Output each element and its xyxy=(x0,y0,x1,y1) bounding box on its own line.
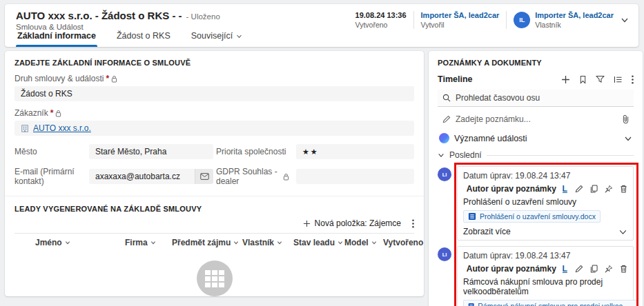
chevron-down-icon xyxy=(233,240,239,245)
saved-status: - Uloženo xyxy=(186,12,220,21)
owner-avatar: IL xyxy=(514,12,530,28)
search-placeholder: Prohledat časovou osu xyxy=(456,93,540,103)
timeline-more-commands-icon[interactable] xyxy=(632,75,634,84)
active-tab-underline xyxy=(16,45,97,47)
email-input[interactable]: axaxaxa@autobarta.cz xyxy=(89,169,213,184)
search-icon xyxy=(442,94,451,102)
note-title: Rámcová nákupní smlouva pro prodej velko… xyxy=(463,277,627,296)
header-chevron-down-icon[interactable] xyxy=(621,16,629,24)
column-header-vlastnik[interactable]: Vlastník xyxy=(242,238,293,247)
note-placeholder: Zadejte poznámku... xyxy=(456,114,531,124)
record-tabs: Základní informace Žádost o RKS Souvisej… xyxy=(5,31,638,47)
timeline-search-input[interactable]: Prohledat časovou osu xyxy=(438,90,634,107)
delete-icon[interactable] xyxy=(620,185,627,193)
record-header: AUTO xxx s.r.o. - Žádost o RKS - -- Ulož… xyxy=(5,4,638,47)
required-asterisk: * xyxy=(106,74,109,83)
record-title-block: AUTO xxx s.r.o. - Žádost o RKS - -- Ulož… xyxy=(16,10,220,31)
attachment-chip[interactable]: Prohlášení o uzavření smlouvy.docx xyxy=(463,210,601,223)
avatar: LI xyxy=(438,247,451,261)
leads-more-commands-icon[interactable] xyxy=(412,219,414,228)
pin-icon[interactable] xyxy=(605,265,613,273)
word-file-icon xyxy=(468,212,476,221)
timeline-group-header[interactable]: Poslední xyxy=(438,150,634,160)
chevron-down-icon xyxy=(618,227,627,236)
leads-toolbar: Nová položka: Zájemce xyxy=(14,218,414,234)
timeline-panel-title: POZNÁMKY A DOKUMENTY xyxy=(438,59,634,67)
timeline-header: Timeline xyxy=(438,74,634,84)
column-header-stav-leadu[interactable]: Stav leadu xyxy=(293,238,344,247)
new-item-button[interactable]: Nová položka: Zájemce xyxy=(303,218,401,228)
priorita-label: Priorita společnosti xyxy=(216,147,293,156)
chevron-down-icon[interactable] xyxy=(624,134,632,143)
chevron-down-icon xyxy=(150,240,156,245)
group-divider xyxy=(487,155,634,156)
created-label: Vytvořeno xyxy=(355,21,407,30)
section-divider xyxy=(5,196,424,196)
edit-icon[interactable] xyxy=(575,265,583,273)
column-header-vytvoreno[interactable]: Vytvořeno ↓ xyxy=(383,238,424,247)
leads-table-header: Jméno Firma Předmět zájmu Vlastník Stav … xyxy=(14,234,414,252)
timeline-entries: LI Datum úprav: 19.08.24 13:47 Autor úpr… xyxy=(438,166,634,306)
zakaznik-link[interactable]: AUTO xxx s.r.o. xyxy=(33,123,91,133)
created-meta: 19.08.24 13:36 Vytvořeno xyxy=(355,11,407,30)
send-email-button[interactable] xyxy=(195,169,213,184)
show-more-button[interactable]: Zobrazit více xyxy=(463,227,627,236)
note-modified-icon xyxy=(463,265,464,273)
column-header-firma[interactable]: Firma xyxy=(125,238,172,247)
pin-icon[interactable] xyxy=(605,185,613,193)
page: AUTO xxx s.r.o. - Žádost o RKS - -- Ulož… xyxy=(0,0,644,306)
highlighted-entries-group: LI Datum úprav: 19.08.24 13:47 Autor úpr… xyxy=(438,166,634,306)
lock-icon xyxy=(283,173,289,181)
copy-icon[interactable] xyxy=(590,265,598,273)
gdpr-input[interactable] xyxy=(296,169,414,184)
chevron-down-icon xyxy=(338,240,343,245)
highlights-row[interactable]: Významné události xyxy=(438,130,634,146)
bookmark-icon[interactable] xyxy=(579,75,587,84)
filter-icon[interactable] xyxy=(596,75,605,83)
account-building-icon xyxy=(21,124,29,132)
creator-link[interactable]: Importer ŠA, lead2car xyxy=(421,11,500,21)
note-input[interactable]: Zadejte poznámku... xyxy=(438,111,634,127)
copy-icon[interactable] xyxy=(590,185,598,193)
tab-souvisejici[interactable]: Související xyxy=(190,31,244,47)
timeline-entry: LI Datum úprav: 19.08.24 13:47 Autor úpr… xyxy=(438,246,634,306)
column-header-model[interactable]: Model xyxy=(344,238,383,247)
copilot-highlights-icon xyxy=(439,133,449,143)
timeline-panel: POZNÁMKY A DOKUMENTY Timeline xyxy=(429,51,643,306)
mesto-input[interactable]: Staré Město, Praha xyxy=(89,144,213,159)
lock-icon xyxy=(111,75,117,83)
tab-zakladni-informace[interactable]: Základní informace xyxy=(16,31,97,47)
leads-section-title: LEADY VYGENEROVANÉ NA ZÁKLADĚ SMLOUVY xyxy=(14,205,414,213)
form-section-title: ZADEJTE ZÁKLADNÍ INFORMACE O SMLOUVĚ xyxy=(14,59,414,67)
field-label: Zákazník xyxy=(14,108,48,118)
priorita-input[interactable]: ★★ xyxy=(296,144,414,159)
owner-link[interactable]: Importer ŠA, lead2car xyxy=(535,11,614,21)
divider xyxy=(506,11,507,29)
timeline-title: Timeline xyxy=(438,74,472,84)
delete-icon[interactable] xyxy=(620,265,627,273)
author-label: Autor úprav poznámky xyxy=(467,264,556,274)
timeline-entry: LI Datum úprav: 19.08.24 13:47 Autor úpr… xyxy=(438,166,634,241)
note-modified-icon xyxy=(463,185,464,193)
highlights-label: Významné události xyxy=(454,134,527,143)
priority-stars: ★★ xyxy=(302,147,319,156)
field-druh-smlouvy: Druh smlouvy & události * Žádost o RKS xyxy=(14,74,414,101)
druh-smlouvy-input[interactable]: Žádost o RKS xyxy=(14,86,414,101)
author-link[interactable]: Lead2Car Import tool, # xyxy=(563,264,569,274)
tab-zadost-o-rks[interactable]: Žádost o RKS xyxy=(115,31,172,47)
attachment-chip[interactable]: Rámcová nákupní smlouva pro prodej velko… xyxy=(463,300,637,306)
create-record-icon[interactable] xyxy=(561,75,570,84)
created-value: 19.08.24 13:36 xyxy=(355,11,407,21)
attach-file-icon[interactable] xyxy=(623,114,629,124)
person-icon xyxy=(559,265,560,273)
zakaznik-input[interactable]: AUTO xxx s.r.o. xyxy=(14,121,414,136)
required-asterisk: * xyxy=(50,108,54,118)
column-header-jmeno[interactable]: Jméno xyxy=(14,238,125,247)
author-link[interactable]: Lead2Car Import tool, # xyxy=(563,184,569,194)
edit-icon[interactable] xyxy=(575,185,583,193)
empty-grid-icon xyxy=(197,261,233,296)
column-header-predmet-zajmu[interactable]: Předmět zájmu xyxy=(172,238,242,247)
email-label: E-mail (Primární kontakt) xyxy=(14,167,86,186)
chevron-down-icon xyxy=(236,33,242,39)
expand-entries-icon[interactable] xyxy=(614,76,623,83)
